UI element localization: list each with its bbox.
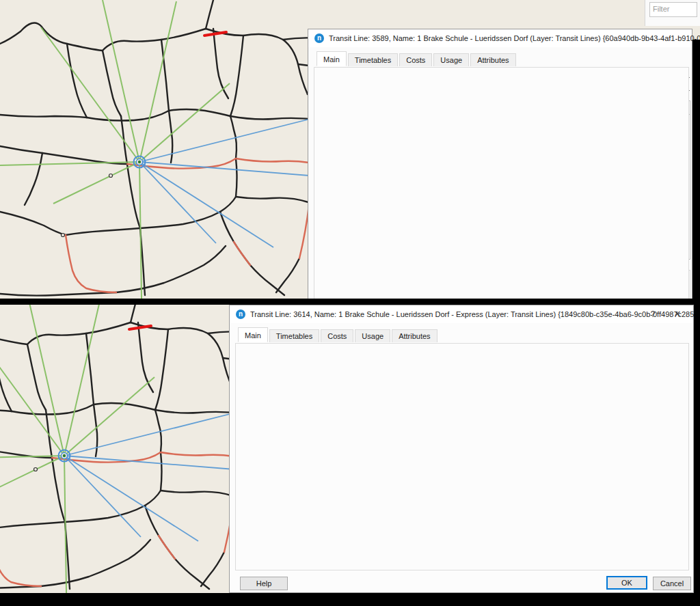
- top-screenshot: Filter n Transit Line: 3589, Name: 1 Bra…: [0, 0, 700, 299]
- transit-line-app-icon: n: [314, 33, 324, 43]
- screenshot-edge: [694, 305, 700, 593]
- transit-line-dialog-3614: n Transit Line: 3614, Name: 1 Brake Schu…: [229, 305, 694, 593]
- tab-costs[interactable]: Costs: [321, 329, 353, 342]
- bottom-screenshot: n Transit Line: 3614, Name: 1 Brake Schu…: [0, 305, 700, 593]
- filter-panel: Filter: [645, 0, 700, 26]
- close-icon[interactable]: ✕: [669, 308, 686, 320]
- help-button[interactable]: Help: [240, 577, 288, 590]
- dialog-title: Transit Line: 3614, Name: 1 Brake Schule…: [250, 310, 700, 318]
- tab-timetables[interactable]: Timetables: [269, 329, 319, 342]
- tab-main[interactable]: Main: [238, 327, 268, 342]
- tab-usage[interactable]: Usage: [355, 329, 390, 342]
- cancel-button[interactable]: Cancel: [653, 577, 691, 590]
- tab-page: [235, 343, 689, 570]
- tab-bar: Main Timetables Costs Usage Attributes: [317, 53, 517, 66]
- tab-usage[interactable]: Usage: [433, 53, 469, 66]
- filter-input[interactable]: Filter: [649, 2, 697, 17]
- screenshot-gap: [0, 299, 700, 305]
- tab-bar: Main Timetables Costs Usage Attributes: [238, 329, 439, 342]
- dialog-titlebar[interactable]: n Transit Line: 3589, Name: 1 Brake Schu…: [308, 29, 692, 47]
- tab-costs[interactable]: Costs: [399, 53, 432, 66]
- transit-line-app-icon: n: [236, 309, 245, 319]
- tab-page: [314, 67, 689, 299]
- dialog-title: Transit Line: 3589, Name: 1 Brake Schule…: [329, 34, 700, 42]
- screenshot-edge: [692, 40, 700, 299]
- tab-timetables[interactable]: Timetables: [348, 53, 398, 66]
- help-icon[interactable]: ?: [644, 308, 662, 320]
- dialog-titlebar[interactable]: n Transit Line: 3614, Name: 1 Brake Schu…: [230, 305, 693, 323]
- transit-line-dialog-3589: n Transit Line: 3589, Name: 1 Brake Schu…: [308, 29, 692, 299]
- ok-button[interactable]: OK: [606, 576, 647, 590]
- tab-main[interactable]: Main: [317, 51, 347, 66]
- tab-attributes[interactable]: Attributes: [470, 53, 515, 66]
- tab-attributes[interactable]: Attributes: [392, 329, 437, 342]
